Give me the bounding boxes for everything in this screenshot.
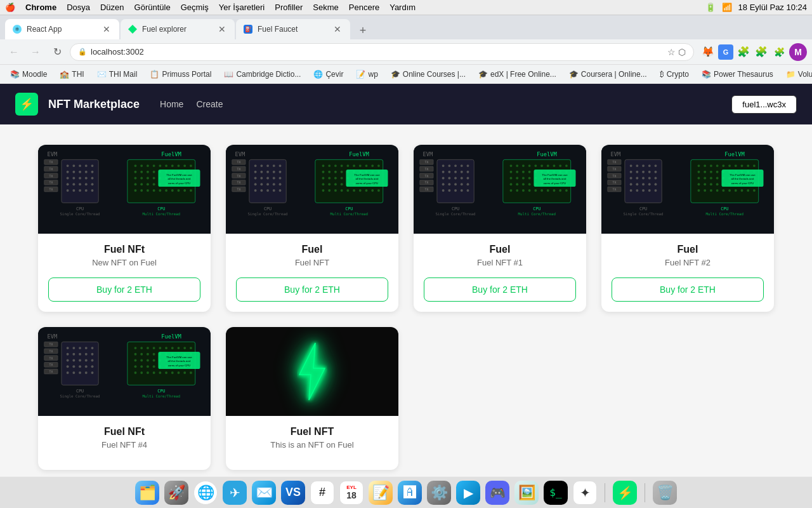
svg-point-284 bbox=[528, 189, 531, 192]
svg-text:CPU: CPU bbox=[76, 206, 84, 211]
bookmark-crypto[interactable]: ₿Crypto bbox=[655, 69, 694, 80]
nav-home[interactable]: Home bbox=[160, 99, 183, 109]
svg-text:TX: TX bbox=[49, 356, 53, 360]
menu-duzen[interactable]: Düzen bbox=[100, 3, 124, 12]
app-name[interactable]: Chrome bbox=[25, 3, 56, 12]
menu-yer-isaretleri[interactable]: Yer İşaretleri bbox=[219, 3, 265, 12]
dock-calendar[interactable]: EYL 18 bbox=[339, 481, 363, 505]
dock-perplexity[interactable]: ✦ bbox=[573, 481, 597, 505]
buy-button-1[interactable]: Buy for 2 ETH bbox=[48, 277, 200, 302]
nft-info-4: Fuel Fuel NFT #2 Buy for 2 ETH bbox=[601, 234, 774, 312]
svg-point-129 bbox=[254, 183, 257, 185]
bookmark-cambridge[interactable]: 📖Cambridge Dictio... bbox=[219, 69, 306, 80]
dock-vscode[interactable]: VS bbox=[281, 481, 305, 505]
bookmark-thi[interactable]: 🏫THI bbox=[55, 69, 89, 80]
bookmark-wp[interactable]: 📝wp bbox=[351, 69, 383, 80]
menu-dosya[interactable]: Dosya bbox=[67, 3, 90, 12]
bookmark-thi-mail[interactable]: ✉️THI Mail bbox=[92, 69, 143, 80]
dock-primevideo[interactable]: ▶ bbox=[456, 481, 480, 505]
menu-goruntule[interactable]: Görüntüle bbox=[134, 3, 171, 12]
svg-point-360 bbox=[704, 177, 706, 180]
apple-menu[interactable]: 🍎 bbox=[5, 3, 15, 12]
svg-point-249 bbox=[559, 164, 561, 167]
svg-point-423 bbox=[67, 365, 69, 368]
tab-bar: ⚛ React App ✕ Fuel explorer ✕ ⛽ Fuel Fau… bbox=[0, 15, 812, 39]
bookmark-moodle[interactable]: 📚Moodle bbox=[5, 69, 52, 80]
svg-point-52 bbox=[134, 171, 137, 173]
tab-close-fuel-faucet[interactable]: ✕ bbox=[332, 24, 343, 34]
dock-trash[interactable]: 🗑️ bbox=[653, 481, 677, 505]
svg-point-383 bbox=[722, 189, 724, 192]
ext-icon-2[interactable]: G bbox=[718, 44, 733, 60]
tab-label-react: React App bbox=[27, 25, 96, 34]
tab-fuel-faucet[interactable]: ⛽ Fuel Faucet ✕ bbox=[236, 19, 350, 39]
tab-react-app[interactable]: ⚛ React App ✕ bbox=[5, 19, 119, 39]
svg-point-156 bbox=[341, 171, 343, 173]
ext-icon-3[interactable]: 🧩 bbox=[736, 44, 751, 60]
svg-text:CPU: CPU bbox=[452, 206, 459, 211]
buy-button-4[interactable]: Buy for 2 ETH bbox=[612, 277, 764, 302]
tab-fuel-explorer[interactable]: Fuel explorer ✕ bbox=[121, 19, 235, 39]
buy-button-3[interactable]: Buy for 2 ETH bbox=[424, 277, 576, 302]
svg-text:TX: TX bbox=[49, 160, 53, 164]
menu-sekme[interactable]: Sekme bbox=[313, 3, 338, 12]
svg-point-152 bbox=[377, 164, 380, 167]
bookmark-volunteering[interactable]: 📁Volunteering bbox=[781, 69, 812, 80]
svg-point-458 bbox=[140, 359, 143, 362]
forward-button[interactable]: → bbox=[27, 43, 44, 61]
svg-point-62 bbox=[134, 177, 137, 180]
svg-point-131 bbox=[266, 183, 269, 185]
bookmark-power-thesaurus[interactable]: 📚Power Thesaurus bbox=[697, 69, 778, 80]
svg-text:FuelVM: FuelVM bbox=[724, 151, 745, 157]
bookmark-cevir[interactable]: 🌐Çevir bbox=[308, 69, 348, 80]
ext-icon-4[interactable]: 🧩 bbox=[754, 44, 769, 60]
svg-point-30 bbox=[79, 183, 81, 185]
buy-button-2[interactable]: Buy for 2 ETH bbox=[236, 277, 388, 302]
dock-discord[interactable]: 🎮 bbox=[485, 481, 509, 505]
dock-launchpad[interactable]: 🚀 bbox=[164, 481, 188, 505]
dock-preview[interactable]: 🖼️ bbox=[514, 481, 539, 505]
address-bar[interactable]: 🔒 localhost:3002 ☆ ⬡ bbox=[70, 43, 694, 61]
bookmark-online-courses[interactable]: 🎓Online Courses |... bbox=[386, 69, 471, 80]
wallet-button[interactable]: fuel1...wc3x bbox=[731, 95, 797, 114]
profile-icon[interactable]: M bbox=[789, 43, 807, 61]
svg-point-188 bbox=[353, 189, 355, 192]
svg-text:TX: TX bbox=[612, 167, 616, 171]
extensions-puzzle[interactable]: 🧩 bbox=[771, 44, 787, 60]
svg-point-482 bbox=[165, 371, 167, 374]
dock-mail[interactable]: ✉️ bbox=[252, 481, 276, 505]
dock-finder[interactable]: 🗂️ bbox=[135, 481, 159, 505]
bookmark-coursera[interactable]: 🎓Coursera | Online... bbox=[564, 69, 652, 80]
dock-fuel[interactable]: ⚡ bbox=[613, 481, 637, 505]
bookmark-star-icon[interactable]: ☆ bbox=[667, 47, 676, 57]
menu-pencere[interactable]: Pencere bbox=[349, 3, 379, 12]
svg-point-320 bbox=[630, 177, 632, 180]
menu-gecmis[interactable]: Geçmiş bbox=[181, 3, 209, 12]
menu-profiller[interactable]: Profiller bbox=[275, 3, 303, 12]
dock-chrome[interactable]: 🌐 bbox=[193, 481, 218, 505]
back-button[interactable]: ← bbox=[5, 43, 23, 61]
bookmark-primuss[interactable]: 📋Primuss Portal bbox=[145, 69, 216, 80]
dock-appstore[interactable]: 🅰 bbox=[398, 481, 422, 505]
tab-favicon-fuel-faucet: ⛽ bbox=[244, 25, 252, 34]
nav-create[interactable]: Create bbox=[196, 99, 223, 109]
dock-telegram[interactable]: ✈ bbox=[223, 481, 247, 505]
new-tab-button[interactable]: + bbox=[354, 22, 372, 39]
dock-notes[interactable]: 📝 bbox=[369, 481, 393, 505]
cast-icon[interactable]: ⬡ bbox=[678, 47, 686, 57]
ext-icon-1[interactable]: 🦊 bbox=[700, 44, 716, 60]
svg-point-318 bbox=[648, 171, 651, 173]
dock-settings[interactable]: ⚙️ bbox=[427, 481, 451, 505]
reload-button[interactable]: ↻ bbox=[48, 43, 66, 61]
svg-point-51 bbox=[190, 164, 192, 167]
dock-terminal[interactable]: $_ bbox=[544, 481, 568, 505]
tab-close-fuel-explorer[interactable]: ✕ bbox=[217, 24, 227, 34]
dock-slack[interactable]: # bbox=[310, 481, 334, 505]
svg-point-45 bbox=[153, 164, 155, 167]
svg-point-122 bbox=[273, 171, 275, 173]
menu-yardim[interactable]: Yardım bbox=[390, 3, 416, 12]
tab-close-react[interactable]: ✕ bbox=[102, 24, 112, 34]
bookmark-edx[interactable]: 🎓edX | Free Online... bbox=[473, 69, 561, 80]
svg-point-14 bbox=[72, 164, 75, 167]
svg-point-273 bbox=[522, 183, 525, 185]
